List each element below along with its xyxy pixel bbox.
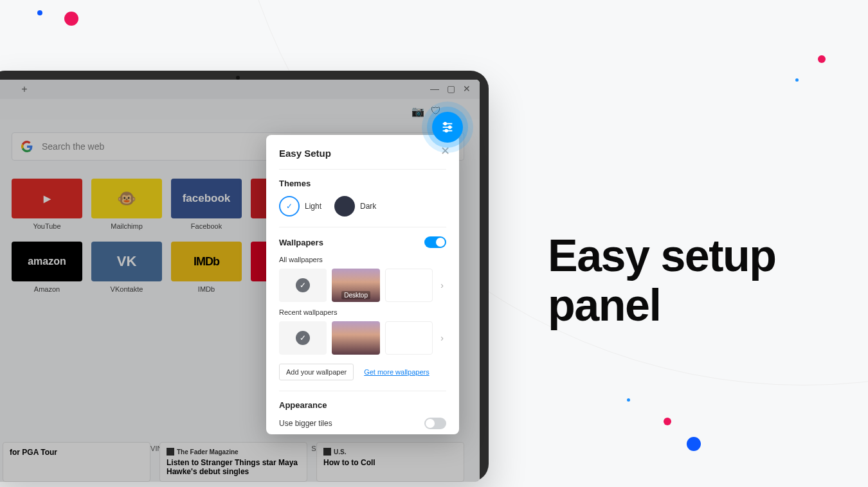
news-card[interactable]: for PGA Tour	[3, 442, 150, 482]
easy-setup-panel: Easy Setup ✕ Themes ✓ Light Dark Wallpap…	[266, 135, 459, 434]
minimize-button[interactable]: —	[430, 84, 439, 94]
decor-dot	[627, 398, 630, 402]
wallpaper-desktop[interactable]: Desktop	[332, 269, 379, 302]
new-tab-button[interactable]: +	[19, 84, 30, 94]
sliders-icon	[440, 120, 455, 134]
theme-dark-option[interactable]: Dark	[334, 196, 376, 217]
speed-dial-mailchimp[interactable]: 🐵Mailchimp	[91, 179, 162, 230]
bigger-tiles-toggle[interactable]	[424, 418, 446, 429]
search-placeholder: Search the web	[42, 141, 104, 152]
address-bar: 📷 🛡	[0, 99, 480, 120]
decor-dot	[664, 418, 671, 425]
news-card[interactable]: The Fader MagazineListen to Stranger Thi…	[159, 442, 307, 482]
wallpaper-none-recent[interactable]: ✓	[279, 321, 327, 355]
easy-setup-button[interactable]	[422, 102, 473, 153]
get-more-wallpapers-link[interactable]: Get more wallpapers	[364, 368, 429, 376]
page-title: Easy setup panel	[548, 231, 776, 330]
themes-heading: Themes	[279, 179, 446, 188]
speed-dial-youtube[interactable]: ▶YouTube	[12, 179, 82, 230]
decor-dot	[37, 10, 42, 15]
window-controls: — ▢ ✕	[430, 84, 471, 94]
svg-point-3	[444, 123, 447, 125]
decor-dot	[818, 55, 826, 63]
decor-dot	[687, 437, 701, 451]
wallpaper-desktop-recent[interactable]	[332, 321, 379, 355]
news-card[interactable]: U.S.How to to Coll	[316, 442, 464, 482]
decor-dot	[795, 78, 799, 82]
maximize-button[interactable]: ▢	[447, 84, 455, 94]
snapshot-icon[interactable]: 📷	[411, 105, 424, 118]
close-button[interactable]: ✕	[463, 84, 471, 94]
appearance-heading: Appearance	[279, 400, 446, 410]
google-icon	[21, 141, 33, 152]
chevron-right-icon[interactable]: ›	[438, 280, 446, 290]
wallpapers-toggle[interactable]	[424, 236, 446, 248]
svg-point-5	[445, 130, 448, 132]
news-cards: for PGA TourThe Fader MagazineListen to …	[0, 442, 471, 482]
svg-point-4	[449, 126, 451, 128]
dark-swatch	[334, 196, 355, 217]
wallpaper-light-recent[interactable]	[385, 321, 433, 355]
bigger-tiles-label: Use bigger tiles	[279, 419, 332, 428]
tab-bar: + — ▢ ✕	[0, 80, 480, 99]
check-icon: ✓	[296, 278, 310, 292]
check-icon: ✓	[279, 196, 300, 217]
check-icon: ✓	[296, 331, 310, 345]
speed-dial-vkontakte[interactable]: VKVKontakte	[91, 242, 162, 293]
all-wallpapers-label: All wallpapers	[279, 256, 446, 263]
wallpaper-none[interactable]: ✓	[279, 269, 327, 302]
wallpaper-light[interactable]	[385, 269, 433, 302]
add-wallpaper-button[interactable]: Add your wallpaper	[279, 364, 354, 380]
speed-dial-facebook[interactable]: facebookFacebook	[171, 179, 242, 230]
theme-light-option[interactable]: ✓ Light	[279, 196, 321, 217]
decor-dot	[64, 12, 78, 26]
recent-wallpapers-label: Recent wallpapers	[279, 308, 446, 316]
speed-dial-amazon[interactable]: amazonAmazon	[12, 242, 82, 293]
panel-title: Easy Setup	[279, 148, 446, 159]
chevron-right-icon[interactable]: ›	[438, 333, 446, 343]
wallpapers-heading: Wallpapers	[279, 238, 323, 247]
speed-dial-imdb[interactable]: IMDbIMDb	[171, 242, 242, 293]
